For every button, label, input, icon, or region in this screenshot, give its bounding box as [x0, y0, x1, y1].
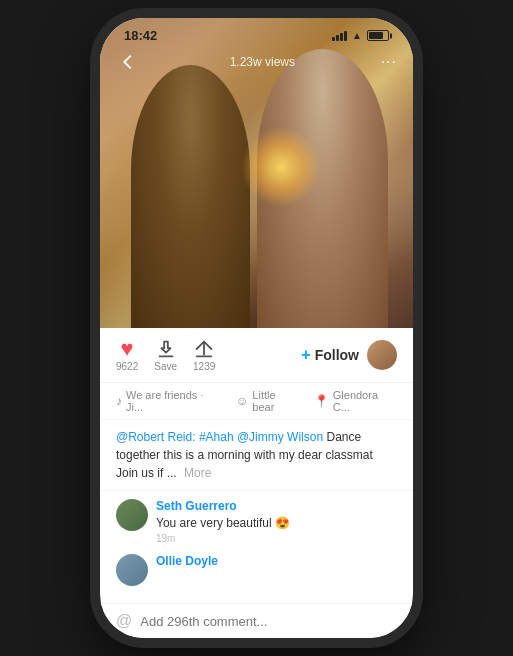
tag2-label: Glendora C...: [333, 389, 397, 413]
signal-bars-icon: [332, 31, 347, 41]
tag1-label: Little bear: [252, 389, 299, 413]
share-count: 1239: [193, 361, 215, 372]
back-button[interactable]: [116, 48, 144, 76]
phone-shell: 18:42 ▲ 1.23w views: [100, 18, 413, 638]
comment-author: Ollie Doyle: [156, 554, 218, 568]
status-icons: ▲: [332, 30, 389, 41]
more-link[interactable]: More: [184, 466, 211, 480]
comments-section: Seth Guerrero You are very beautiful 😍 1…: [100, 491, 413, 603]
save-button[interactable]: Save: [154, 338, 177, 372]
action-bar: ♥ 9622 Save 1239 + Follow: [100, 328, 413, 383]
avatar: [116, 554, 148, 586]
video-top-bar: 1.23w views ···: [100, 48, 413, 76]
hashtag1: #Ahah: [199, 430, 234, 444]
battery-icon: [367, 30, 389, 41]
girl-left-silhouette: [131, 65, 250, 329]
tag1-icon: ☺: [236, 394, 248, 408]
meta-bar: ♪ We are friends · Ji... ☺ Little bear 📍…: [100, 383, 413, 420]
share-button[interactable]: 1239: [193, 338, 215, 372]
comment-item: Seth Guerrero You are very beautiful 😍 1…: [116, 499, 397, 544]
user-avatar[interactable]: [367, 340, 397, 370]
battery-fill: [369, 32, 383, 39]
follow-container: + Follow: [301, 340, 397, 370]
at-icon: @: [116, 612, 132, 630]
tag2-meta: 📍 Glendora C...: [314, 389, 397, 413]
follow-button[interactable]: + Follow: [301, 346, 359, 364]
comment-text: You are very beautiful 😍: [156, 516, 290, 530]
comment-item: Ollie Doyle: [116, 554, 397, 586]
comment-input[interactable]: [140, 614, 397, 629]
avatar: [116, 499, 148, 531]
chevron-left-icon: [123, 55, 137, 69]
location-icon: 📍: [314, 394, 329, 408]
video-area: 1.23w views ···: [100, 18, 413, 328]
music-label: We are friends · Ji...: [126, 389, 222, 413]
heart-icon: ♥: [121, 338, 134, 360]
comment-author: Seth Guerrero: [156, 499, 290, 513]
video-description: @Robert Reid: #Ahah @Jimmy Wilson Dance …: [100, 420, 413, 491]
follow-label: Follow: [315, 347, 359, 363]
music-icon: ♪: [116, 394, 122, 408]
comment-time: 19m: [156, 533, 290, 544]
wifi-icon: ▲: [352, 30, 362, 41]
follow-plus-icon: +: [301, 346, 310, 364]
status-time: 18:42: [124, 28, 157, 43]
status-bar: 18:42 ▲: [100, 18, 413, 47]
save-label: Save: [154, 361, 177, 372]
save-icon: [155, 338, 177, 360]
comment-input-bar: @: [100, 603, 413, 638]
more-options-button[interactable]: ···: [381, 53, 397, 71]
like-button[interactable]: ♥ 9622: [116, 338, 138, 372]
music-meta: ♪ We are friends · Ji...: [116, 389, 222, 413]
like-count: 9622: [116, 361, 138, 372]
mention2: @Jimmy Wilson: [237, 430, 323, 444]
tag1-meta: ☺ Little bear: [236, 389, 300, 413]
sun-flare: [241, 127, 321, 207]
mention1: @Robert Reid:: [116, 430, 196, 444]
share-icon: [193, 338, 215, 360]
views-count: 1.23w views: [230, 55, 295, 69]
